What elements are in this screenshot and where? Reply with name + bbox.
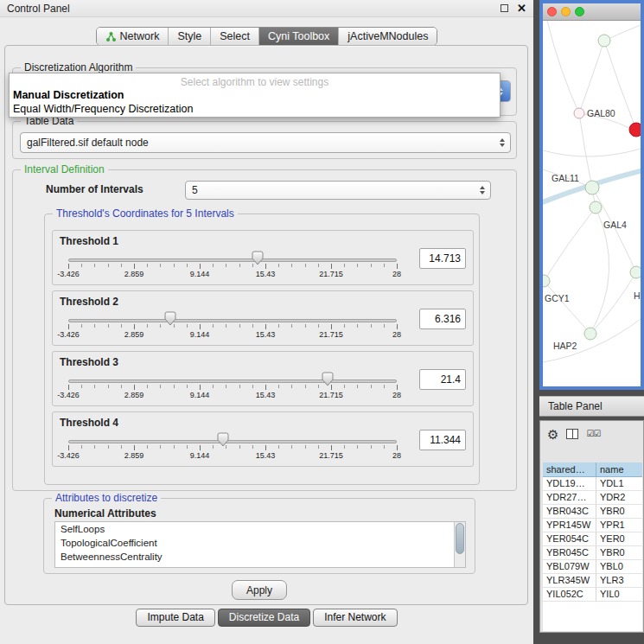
tick-label: -3.426 xyxy=(57,391,80,399)
tab-select[interactable]: Select xyxy=(210,28,258,45)
threshold-1-slider[interactable]: -3.426 2.859 9.144 15.43 21.715 28 xyxy=(68,252,397,283)
tick-label: 15.43 xyxy=(256,330,276,339)
tab-discretize-data[interactable]: Discretize Data xyxy=(218,609,310,627)
tab-style[interactable]: Style xyxy=(168,28,210,45)
network-view-window[interactable]: GAL80 GAL11 GAL4 GCY1 HAP2 H xyxy=(539,0,644,390)
control-panel: Control Panel ✕ Network Style Select Cyn… xyxy=(0,0,533,644)
node-gcy1[interactable] xyxy=(543,275,550,287)
tab-select-label: Select xyxy=(220,30,250,42)
attributes-list[interactable]: SelfLoops TopologicalCoefficient Between… xyxy=(54,521,466,568)
scrollbar-thumb[interactable] xyxy=(456,523,464,554)
tick-label: 2.859 xyxy=(124,270,144,278)
network-icon xyxy=(105,31,117,42)
thresholds-group: Threshold's Coordinates for 5 Intervals … xyxy=(44,214,480,485)
slider-track[interactable] xyxy=(68,440,397,443)
threshold-4-slider[interactable]: -3.426 2.859 9.144 15.43 21.715 28 xyxy=(68,433,397,464)
gear-icon[interactable]: ⚙ xyxy=(547,428,558,441)
panel-title: Control Panel xyxy=(7,3,70,15)
list-item[interactable]: BetweennessCentrality xyxy=(55,550,465,564)
columns-icon[interactable] xyxy=(566,429,578,439)
slider-major-ticks xyxy=(68,445,398,450)
node[interactable] xyxy=(598,35,610,47)
scrollbar[interactable] xyxy=(454,522,465,567)
slider-thumb[interactable] xyxy=(252,251,264,265)
table-row: YLR345W YLR3 xyxy=(543,574,642,588)
table-cell[interactable]: YBR043C xyxy=(543,505,596,519)
slider-track[interactable] xyxy=(68,379,397,383)
algorithm-group-title: Discretization Algorithm xyxy=(21,61,136,73)
table-cell[interactable]: YBR045C xyxy=(543,546,596,560)
select-columns-icon[interactable]: ☑☑ xyxy=(586,430,600,438)
tick-label: 9.144 xyxy=(190,330,210,339)
threshold-2-slider[interactable]: -3.426 2.859 9.144 15.43 21.715 28 xyxy=(68,312,397,343)
table-data-combobox[interactable]: galFiltered.sif default node xyxy=(20,132,511,153)
table-cell[interactable]: YER054C xyxy=(543,532,596,546)
table-cell[interactable]: YDR27… xyxy=(543,491,596,505)
slider-thumb[interactable] xyxy=(217,432,229,447)
attributes-group: Attributes to discretize Numerical Attri… xyxy=(43,498,475,574)
apply-button[interactable]: Apply xyxy=(232,580,287,600)
table-cell[interactable]: YPR1 xyxy=(596,519,642,532)
slider-track[interactable] xyxy=(68,319,397,322)
tick-label: 21.715 xyxy=(319,391,343,399)
zoom-light[interactable] xyxy=(575,7,584,16)
float-icon[interactable] xyxy=(501,4,508,12)
node[interactable] xyxy=(630,266,641,278)
list-item[interactable]: TopologicalCoefficient xyxy=(55,536,465,550)
table-cell[interactable]: YBL0 xyxy=(596,560,642,574)
threshold-4-label: Threshold 4 xyxy=(60,417,118,429)
slider-thumb[interactable] xyxy=(164,311,176,326)
table-panel-title: Table Panel xyxy=(548,400,603,412)
table-cell[interactable]: YPR145W xyxy=(543,519,596,532)
node-gal11[interactable] xyxy=(585,181,599,194)
dropdown-option-equal-width[interactable]: Equal Width/Frequency Discretization xyxy=(10,102,500,116)
dropdown-option-manual[interactable]: Manual Discretization xyxy=(10,88,500,102)
table-cell[interactable]: YLR3 xyxy=(596,574,642,588)
threshold-1-value-field[interactable] xyxy=(419,248,466,269)
tab-infer-network[interactable]: Infer Network xyxy=(313,609,397,627)
threshold-4-value-field[interactable] xyxy=(419,430,466,450)
number-of-intervals-combobox[interactable]: 5 xyxy=(185,181,491,200)
minimize-light[interactable] xyxy=(561,7,571,16)
number-of-intervals-value: 5 xyxy=(192,184,198,196)
threshold-3-value-field[interactable] xyxy=(419,369,466,390)
table-browser-window: ⚙ ☑☑ shared… name YDL19… YDL1 YDR27… YDR… xyxy=(539,420,644,633)
tab-network[interactable]: Network xyxy=(97,28,169,45)
table-cell[interactable]: YDR2 xyxy=(596,491,642,505)
table-cell[interactable]: YBR0 xyxy=(596,546,642,560)
node-gal4[interactable] xyxy=(590,201,602,214)
node-hap2[interactable] xyxy=(584,328,596,340)
threshold-2-value-field[interactable] xyxy=(419,309,466,329)
table-cell[interactable]: YIL0 xyxy=(596,588,642,602)
table-cell[interactable]: YDL19… xyxy=(543,477,596,491)
table-cell[interactable]: YLR345W xyxy=(543,574,596,588)
close-icon[interactable]: ✕ xyxy=(517,2,526,15)
table-cell[interactable]: YIL052C xyxy=(543,588,596,602)
column-header-name[interactable]: name xyxy=(596,462,642,477)
table-cell[interactable]: YDL1 xyxy=(596,477,642,491)
slider-thumb[interactable] xyxy=(322,372,334,386)
column-header-shared-name[interactable]: shared… xyxy=(543,462,596,477)
close-light[interactable] xyxy=(547,7,557,16)
table-row: YER054C YER0 xyxy=(543,532,642,546)
slider-track[interactable] xyxy=(68,258,397,262)
tab-network-label: Network xyxy=(120,30,160,42)
table-panel-titlebar: Table Panel xyxy=(539,396,644,417)
threshold-1-box: Threshold 1 -3.426 2.859 9.144 15.43 21.… xyxy=(52,230,474,285)
table-toolbar: ⚙ ☑☑ xyxy=(540,421,643,447)
list-item[interactable]: SelfLoops xyxy=(55,522,465,536)
tab-jactivemnodules[interactable]: jActiveMNodules xyxy=(338,28,437,45)
combobox-arrows-icon xyxy=(480,186,485,194)
node-selected-red[interactable] xyxy=(629,123,641,137)
node-gal80[interactable] xyxy=(574,108,584,118)
tick-label: 2.859 xyxy=(124,451,144,460)
table-cell[interactable]: YBR0 xyxy=(596,505,642,519)
attributes-group-title: Attributes to discretize xyxy=(52,492,161,504)
table-cell[interactable]: YBL079W xyxy=(543,560,596,574)
table-cell[interactable]: YER0 xyxy=(596,532,642,546)
network-canvas[interactable]: GAL80 GAL11 GAL4 GCY1 HAP2 H xyxy=(543,21,641,386)
tab-cyni-toolbox[interactable]: Cyni Toolbox xyxy=(258,28,338,45)
tab-impute-data[interactable]: Impute Data xyxy=(136,609,214,627)
tick-label: 21.715 xyxy=(319,270,343,278)
threshold-3-slider[interactable]: -3.426 2.859 9.144 15.43 21.715 28 xyxy=(68,373,397,404)
